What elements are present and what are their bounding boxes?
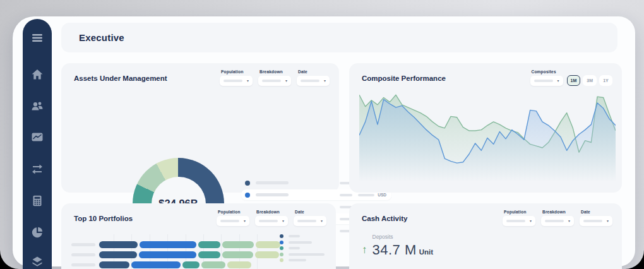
range-button-group: 1M3M1Y [567,75,612,86]
chevron-down-icon: ▾ [244,219,246,223]
card-composite-performance: Composite Performance Composites ▾ 1M3M1… [349,63,622,193]
bar-segment [256,241,280,248]
filter-label: Population [221,69,253,74]
name-skeleton [256,193,289,196]
aum-filters: Population▾Breakdown▾Date▾ [220,69,330,86]
currency-label: USD [378,193,386,197]
chevron-down-icon: ▾ [568,219,570,223]
composite-controls: Composites ▾ 1M3M1Y [530,69,612,86]
bar-segment [227,261,251,268]
legend-dot [280,258,283,262]
top10-legend-item [280,234,325,238]
filter-label: Breakdown [259,69,291,74]
filter-label: Population [218,210,249,214]
legend-label-skeleton [289,247,300,249]
select-placeholder-skeleton [220,220,239,222]
row-label-skeleton [71,253,95,256]
bar-segment [140,241,196,248]
filter-population: Population▾ [503,210,535,226]
chevron-down-icon: ▾ [285,79,287,83]
deposits-unit: Unit [419,248,433,256]
filter-date: Date▾ [297,69,330,86]
chevron-down-icon: ▾ [324,79,326,83]
bar-segment [139,251,196,258]
home-icon[interactable] [31,68,44,81]
legend-dot [280,246,283,250]
card-title: Cash Activity [362,215,407,222]
dashboard: Executive Assets Under Management Popula… [0,0,644,269]
cash-filters: Population▾Breakdown▾Date▾ [503,210,612,226]
breakdown-select[interactable]: ▾ [255,216,288,226]
bar-segment [198,251,220,258]
calculator-icon[interactable] [31,194,44,207]
legend-dot [245,181,250,186]
range-button-1m[interactable]: 1M [567,75,581,86]
date-select[interactable]: ▾ [297,76,330,86]
legend-dot [280,253,283,256]
composites-select[interactable]: ▾ [530,76,563,86]
chevron-down-icon: ▾ [558,79,559,83]
select-placeholder-skeleton [262,80,281,82]
deposits-metric: ↑ Deposits 34.7 M Unit [362,234,433,258]
chevron-down-icon: ▾ [321,219,323,223]
filter-population: Population▾ [217,210,249,226]
team-icon[interactable] [31,100,44,112]
bar-segment [222,241,254,248]
filter-date: Date▾ [294,210,326,226]
bar-segment [255,251,279,258]
top10-filters: Population▾Breakdown▾Date▾ [217,210,326,226]
top10-legend-item [280,253,325,256]
card-title: Composite Performance [362,75,446,82]
select-placeholder-skeleton [583,220,602,222]
select-placeholder-skeleton [506,220,525,222]
filter-breakdown: Breakdown▾ [255,210,288,226]
date-select[interactable]: ▾ [294,216,326,226]
filter-label: Date [295,210,326,214]
row-label-skeleton [71,243,95,246]
top10-legend [280,234,325,265]
legend-label-skeleton [289,241,312,244]
population-select[interactable]: ▾ [503,216,535,226]
chevron-down-icon: ▾ [247,79,249,83]
composite-chart [359,92,616,182]
bar-segment [222,251,253,258]
bar-segment [131,261,181,268]
breakdown-select[interactable]: ▾ [541,216,574,226]
filter-composites: Composites ▾ [530,69,563,86]
range-button-3m[interactable]: 3M [583,75,597,86]
bar-segment [201,261,225,268]
legend-dot [245,193,250,198]
select-placeholder-skeleton [534,80,553,82]
performance-icon[interactable] [31,131,44,143]
legend-label-skeleton [289,235,300,237]
deposits-value: 34.7 M [373,242,417,258]
chevron-down-icon: ▾ [607,219,609,223]
legend-dot [280,241,283,244]
filter-label: Composites [532,69,563,74]
population-select[interactable]: ▾ [217,216,249,226]
population-select[interactable]: ▾ [220,76,253,86]
select-placeholder-skeleton [297,220,316,222]
bar-segment [99,261,129,268]
bar-segment [99,241,138,248]
transfers-icon[interactable] [31,163,44,176]
bar-segment [99,251,137,258]
legend-label-skeleton [289,253,325,256]
top10-legend-item [280,241,325,244]
row-label-skeleton [71,263,95,266]
select-placeholder-skeleton [224,80,242,82]
sidebar [23,19,52,269]
allocation-icon[interactable] [31,226,44,239]
select-placeholder-skeleton [259,220,278,222]
date-select[interactable]: ▾ [580,216,612,226]
legend-label-skeleton [289,259,306,261]
filter-breakdown: Breakdown▾ [541,210,574,226]
range-button-1y[interactable]: 1Y [599,75,612,86]
filter-label: Breakdown [256,210,288,214]
filter-breakdown: Breakdown▾ [258,69,291,86]
breakdown-select[interactable]: ▾ [258,76,291,86]
menu-icon[interactable] [31,32,44,44]
layers-icon[interactable] [31,255,44,268]
select-placeholder-skeleton [545,220,564,222]
filter-label: Date [298,69,330,74]
